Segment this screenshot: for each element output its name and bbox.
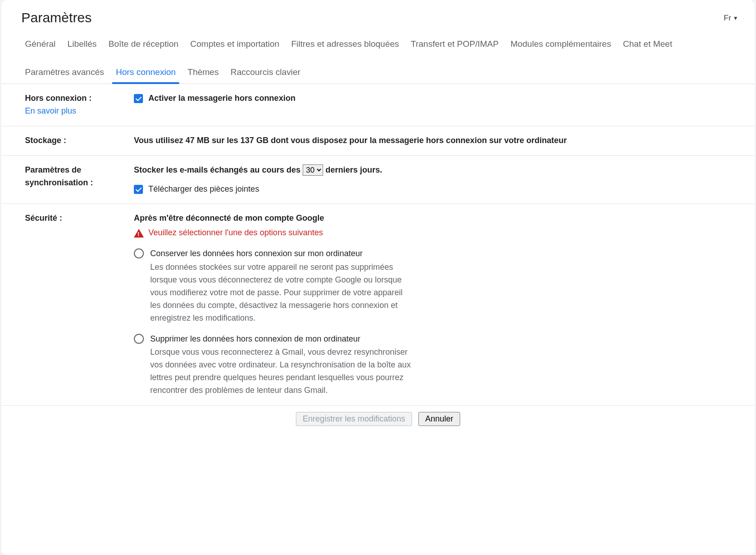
- tab-filtres-et-adresses-bloqu-es[interactable]: Filtres et adresses bloquées: [291, 39, 399, 55]
- sync-suffix: derniers jours.: [325, 165, 382, 174]
- language-label: Fr: [724, 14, 731, 23]
- security-option-title-1: Supprimer les données hors connexion de …: [150, 333, 415, 346]
- tab-th-mes[interactable]: Thèmes: [187, 67, 219, 84]
- security-radio-0[interactable]: [134, 248, 144, 258]
- download-attachments-label: Télécharger des pièces jointes: [148, 183, 259, 196]
- security-warning: Veuillez sélectionner l'une des options …: [148, 227, 323, 239]
- page-title: Paramètres: [21, 10, 92, 25]
- tab-raccourcis-clavier[interactable]: Raccourcis clavier: [231, 67, 300, 84]
- download-attachments-checkbox[interactable]: [134, 185, 143, 194]
- enable-offline-label: Activer la messagerie hors connexion: [148, 92, 295, 105]
- security-radio-1[interactable]: [134, 334, 144, 344]
- language-selector[interactable]: Fr ▼: [724, 10, 738, 23]
- security-option-desc-0: Les données stockées sur votre appareil …: [150, 261, 415, 324]
- save-button[interactable]: Enregistrer les modifications: [296, 412, 412, 426]
- cancel-button[interactable]: Annuler: [418, 412, 460, 426]
- storage-text: Vous utilisez 47 MB sur les 137 GB dont …: [134, 136, 567, 145]
- tab-modules-compl-mentaires[interactable]: Modules complémentaires: [511, 39, 611, 55]
- tab-hors-connexion[interactable]: Hors connexion: [116, 67, 176, 84]
- tab-comptes-et-importation[interactable]: Comptes et importation: [190, 39, 279, 55]
- enable-offline-checkbox[interactable]: [134, 94, 143, 103]
- section-label-security: Sécurité :: [25, 213, 62, 223]
- security-option-1: Supprimer les données hors connexion de …: [134, 333, 415, 397]
- security-option-desc-1: Lorsque vous vous reconnecterez à Gmail,…: [150, 346, 415, 397]
- security-heading: Après m'être déconnecté de mon compte Go…: [134, 213, 324, 223]
- section-label-storage: Stockage :: [25, 136, 66, 145]
- tab-g-n-ral[interactable]: Général: [25, 39, 56, 55]
- section-label-sync: Paramètres de synchronisation :: [25, 165, 93, 187]
- caret-down-icon: ▼: [733, 15, 738, 21]
- security-option-title-0: Conserver les données hors connexion sur…: [150, 248, 415, 260]
- sync-prefix: Stocker les e-mails échangés au cours de…: [134, 165, 300, 174]
- tab-bo-te-de-r-ception[interactable]: Boîte de réception: [108, 39, 178, 55]
- section-label-offline: Hors connexion :: [25, 94, 92, 103]
- tab-libell-s[interactable]: Libellés: [68, 39, 97, 55]
- tab-param-tres-avanc-s[interactable]: Paramètres avancés: [25, 67, 104, 84]
- sync-days-select[interactable]: 73090: [303, 164, 323, 176]
- security-option-0: Conserver les données hors connexion sur…: [134, 248, 415, 324]
- tab-chat-et-meet[interactable]: Chat et Meet: [623, 39, 673, 55]
- tab-transfert-et-pop-imap[interactable]: Transfert et POP/IMAP: [411, 39, 499, 55]
- learn-more-link[interactable]: En savoir plus: [25, 106, 76, 115]
- warning-icon: [134, 229, 144, 238]
